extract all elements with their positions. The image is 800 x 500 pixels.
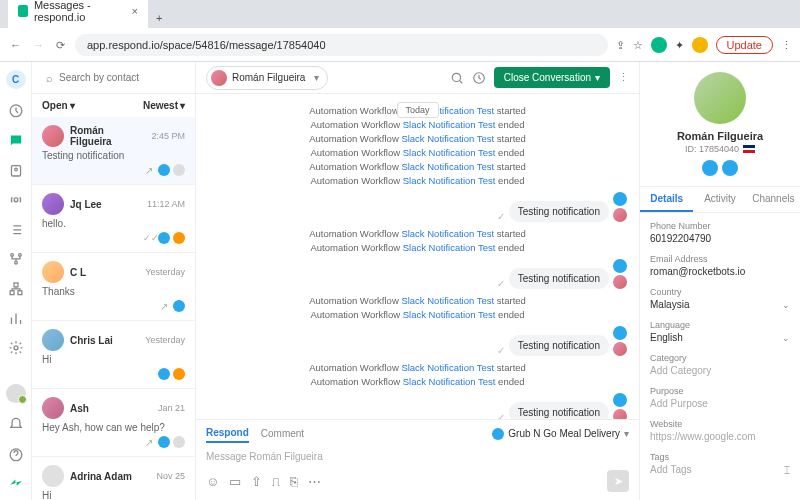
conversation-item[interactable]: C L Yesterday Thanks ↗ bbox=[32, 253, 195, 321]
more-tools-icon[interactable]: ⋯ bbox=[308, 474, 321, 489]
search-conversation-icon[interactable] bbox=[450, 71, 464, 85]
telegram-channel-icon[interactable] bbox=[702, 160, 718, 176]
workflow-link[interactable]: Slack Notification Test bbox=[403, 119, 496, 130]
emoji-icon[interactable]: ☺ bbox=[206, 474, 219, 489]
website-field[interactable]: https://www.google.com bbox=[650, 431, 790, 442]
channel-badge bbox=[173, 232, 185, 244]
workflow-link[interactable]: Slack Notification Test bbox=[401, 295, 494, 306]
bookmark-icon[interactable]: ☆ bbox=[633, 39, 643, 52]
update-button[interactable]: Update bbox=[716, 36, 773, 54]
workflow-link[interactable]: Slack Notification Test bbox=[403, 175, 496, 186]
conversation-time: 11:12 AM bbox=[147, 199, 185, 209]
attachment-icon[interactable]: ⎘ bbox=[290, 474, 298, 489]
workflow-link[interactable]: Slack Notification Test bbox=[403, 376, 496, 387]
clock-icon[interactable] bbox=[472, 71, 486, 85]
search-input[interactable] bbox=[59, 72, 186, 83]
chat-menu-icon[interactable]: ⋮ bbox=[618, 71, 629, 84]
system-message: Automation Workflow Slack Notification T… bbox=[208, 133, 627, 144]
workflow-link[interactable]: Slack Notification Test bbox=[401, 362, 494, 373]
settings-icon[interactable] bbox=[8, 340, 24, 356]
purpose-field[interactable]: Add Purpose bbox=[650, 398, 790, 409]
close-conversation-button[interactable]: Close Conversation ▾ bbox=[494, 67, 610, 88]
back-button[interactable]: ← bbox=[8, 37, 23, 53]
tags-field[interactable]: Add Tags⌶ bbox=[650, 464, 790, 475]
workflow-link[interactable]: Slack Notification Test bbox=[401, 133, 494, 144]
workspace-avatar[interactable]: C bbox=[6, 70, 26, 89]
workflow-icon[interactable] bbox=[8, 251, 24, 267]
send-button[interactable]: ➤ bbox=[607, 470, 629, 492]
status-filter[interactable]: Open ▾ bbox=[42, 100, 75, 111]
chevron-down-icon: ▾ bbox=[624, 428, 629, 439]
telegram-channel-icon[interactable] bbox=[722, 160, 738, 176]
snippet-icon[interactable]: ▭ bbox=[229, 474, 241, 489]
system-message: Automation Workflow Slack Notification T… bbox=[208, 242, 627, 253]
extension-icon[interactable] bbox=[651, 37, 667, 53]
conversation-item[interactable]: Jq Lee 11:12 AM hello. ✓✓ bbox=[32, 185, 195, 253]
telegram-icon bbox=[613, 326, 627, 340]
tab-activity[interactable]: Activity bbox=[693, 187, 746, 212]
workflow-link[interactable]: Slack Notification Test bbox=[403, 242, 496, 253]
nav-rail: C bbox=[0, 62, 32, 500]
reports-icon[interactable] bbox=[8, 311, 24, 327]
workflow-link[interactable]: Slack Notification Test bbox=[403, 147, 496, 158]
message-input[interactable] bbox=[206, 447, 629, 466]
svg-rect-7 bbox=[14, 283, 18, 287]
dashboard-icon[interactable] bbox=[8, 103, 24, 119]
channel-selector[interactable]: Grub N Go Meal Delivery ▾ bbox=[492, 428, 629, 440]
address-bar[interactable]: app.respond.io/space/54816/message/17854… bbox=[75, 34, 608, 56]
search-icon: ⌕ bbox=[46, 72, 53, 84]
conversation-item[interactable]: Chris Lai Yesterday Hi bbox=[32, 321, 195, 389]
contact-chip[interactable]: Román Filgueira ▾ bbox=[206, 66, 328, 90]
svg-point-10 bbox=[14, 346, 18, 350]
voice-icon[interactable]: ⎍ bbox=[272, 474, 280, 489]
tab-details[interactable]: Details bbox=[640, 187, 693, 212]
conversation-time: Jan 21 bbox=[158, 403, 185, 413]
channel-badge bbox=[173, 436, 185, 448]
share-icon[interactable]: ⇪ bbox=[616, 39, 625, 52]
conversation-name: Adrina Adam bbox=[70, 471, 150, 482]
broadcast-icon[interactable] bbox=[8, 192, 24, 208]
conversation-list: ⌕ Open ▾ Newest ▾ Román Filgueira 2:45 P… bbox=[32, 62, 196, 500]
help-icon[interactable] bbox=[8, 447, 24, 463]
contacts-icon[interactable] bbox=[8, 163, 24, 179]
messages-icon[interactable] bbox=[8, 133, 24, 149]
svg-rect-9 bbox=[17, 291, 21, 295]
workflow-link[interactable]: Slack Notification Test bbox=[401, 228, 494, 239]
tab-channels[interactable]: Channels bbox=[747, 187, 800, 212]
profile-avatar[interactable] bbox=[692, 37, 708, 53]
workflow-link[interactable]: Slack Notification Test bbox=[401, 161, 494, 172]
outgoing-message: ✓ Testing notification bbox=[208, 192, 627, 222]
org-icon[interactable] bbox=[8, 281, 24, 297]
favicon bbox=[18, 5, 28, 17]
country-field[interactable]: Malaysia⌄ bbox=[650, 299, 790, 310]
forward-button[interactable]: → bbox=[31, 37, 46, 53]
browser-menu-icon[interactable]: ⋮ bbox=[781, 39, 792, 52]
channel-badge bbox=[158, 436, 170, 448]
extensions-menu-icon[interactable]: ✦ bbox=[675, 39, 684, 52]
user-status-avatar[interactable] bbox=[6, 384, 26, 403]
reply-arrow-icon: ↗ bbox=[143, 436, 155, 448]
system-message: Automation Workflow Slack Notification T… bbox=[208, 376, 627, 387]
sort-filter[interactable]: Newest ▾ bbox=[143, 100, 185, 111]
email-field[interactable]: roman@rocketbots.io bbox=[650, 266, 790, 277]
outgoing-message: ✓ Testing notification bbox=[208, 326, 627, 356]
phone-field[interactable]: 60192204790 bbox=[650, 233, 790, 244]
conversation-item[interactable]: Román Filgueira 2:45 PM Testing notifica… bbox=[32, 117, 195, 185]
browser-tab[interactable]: Messages - respond.io × bbox=[8, 0, 148, 28]
chat-panel: Román Filgueira ▾ Close Conversation ▾ ⋮… bbox=[196, 62, 640, 500]
workflow-link[interactable]: Slack Notification Test bbox=[403, 309, 496, 320]
conversation-item[interactable]: Ash Jan 21 Hey Ash, how can we help? ↗ bbox=[32, 389, 195, 457]
upload-icon[interactable]: ⇧ bbox=[251, 474, 262, 489]
category-field[interactable]: Add Category bbox=[650, 365, 790, 376]
tab-comment[interactable]: Comment bbox=[261, 425, 304, 442]
list-icon[interactable] bbox=[8, 222, 24, 238]
tab-respond[interactable]: Respond bbox=[206, 424, 249, 443]
close-tab-icon[interactable]: × bbox=[132, 5, 138, 17]
notifications-icon[interactable] bbox=[8, 417, 24, 433]
check-icon: ✓ bbox=[497, 412, 505, 419]
reload-button[interactable]: ⟳ bbox=[54, 37, 67, 54]
conversation-item[interactable]: Adrina Adam Nov 25 Hi ✓✓ bbox=[32, 457, 195, 500]
new-tab-button[interactable]: + bbox=[148, 8, 170, 28]
language-field[interactable]: English⌄ bbox=[650, 332, 790, 343]
svg-rect-8 bbox=[10, 291, 14, 295]
